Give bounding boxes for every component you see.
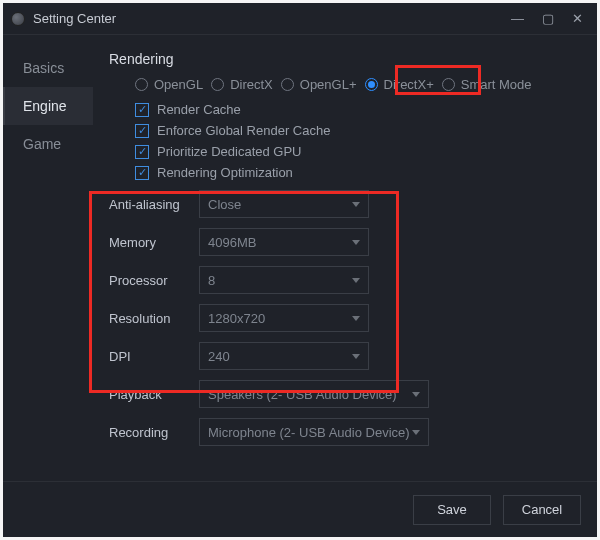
select-value: Speakers (2- USB Audio Device) [208,387,397,402]
window-controls: — ▢ ✕ [511,11,589,26]
checkbox-prioritize-dedicated-gpu[interactable]: ✓ Prioritize Dedicated GPU [135,144,581,159]
radio-directx[interactable]: DirectX [211,77,273,92]
checkbox-label: Rendering Optimization [157,165,293,180]
field-label: Resolution [109,311,189,326]
select-processor[interactable]: 8 [199,266,369,294]
field-label: Recording [109,425,189,440]
save-button[interactable]: Save [413,495,491,525]
chevron-down-icon [412,392,420,397]
sidebar-item-label: Engine [23,98,67,114]
sidebar: Basics Engine Game [3,35,93,481]
select-value: Microphone (2- USB Audio Device) [208,425,410,440]
chevron-down-icon [412,430,420,435]
chevron-down-icon [352,240,360,245]
select-value: 240 [208,349,230,364]
checkbox-icon: ✓ [135,103,149,117]
radio-dot-icon [281,78,294,91]
app-icon [11,12,25,26]
footer: Save Cancel [3,481,597,537]
select-resolution[interactable]: 1280x720 [199,304,369,332]
radio-label: DirectX+ [384,77,434,92]
radio-label: Smart Mode [461,77,532,92]
field-label: Processor [109,273,189,288]
radio-dot-icon [442,78,455,91]
radio-label: OpenGL [154,77,203,92]
checkbox-render-cache[interactable]: ✓ Render Cache [135,102,581,117]
select-recording[interactable]: Microphone (2- USB Audio Device) [199,418,429,446]
field-label: Anti-aliasing [109,197,189,212]
select-value: 4096MB [208,235,256,250]
cancel-button[interactable]: Cancel [503,495,581,525]
checkbox-icon: ✓ [135,124,149,138]
main-panel: Rendering OpenGL DirectX OpenGL+ DirectX… [93,35,597,481]
chevron-down-icon [352,202,360,207]
rendering-options: ✓ Render Cache ✓ Enforce Global Render C… [109,102,581,180]
rendering-mode-radiogroup: OpenGL DirectX OpenGL+ DirectX+ Smart Mo… [109,75,581,98]
settings-window: Setting Center — ▢ ✕ Basics Engine Game … [3,3,597,537]
select-anti-aliasing[interactable]: Close [199,190,369,218]
titlebar: Setting Center — ▢ ✕ [3,3,597,35]
sidebar-item-label: Basics [23,60,64,76]
chevron-down-icon [352,354,360,359]
field-anti-aliasing: Anti-aliasing Close [109,190,581,218]
field-processor: Processor 8 [109,266,581,294]
field-label: DPI [109,349,189,364]
button-label: Save [437,502,467,517]
checkbox-icon: ✓ [135,166,149,180]
checkbox-label: Prioritize Dedicated GPU [157,144,302,159]
select-value: 8 [208,273,215,288]
select-value: 1280x720 [208,311,265,326]
fields: Anti-aliasing Close Memory 4096MB Proces… [109,190,581,446]
checkbox-label: Enforce Global Render Cache [157,123,330,138]
field-label: Playback [109,387,189,402]
field-label: Memory [109,235,189,250]
radio-label: OpenGL+ [300,77,357,92]
close-icon[interactable]: ✕ [572,11,583,26]
section-title: Rendering [109,51,581,67]
radio-dot-icon [211,78,224,91]
field-recording: Recording Microphone (2- USB Audio Devic… [109,418,581,446]
checkbox-icon: ✓ [135,145,149,159]
checkbox-label: Render Cache [157,102,241,117]
field-memory: Memory 4096MB [109,228,581,256]
radio-smart-mode[interactable]: Smart Mode [442,77,532,92]
sidebar-item-game[interactable]: Game [3,125,93,163]
select-value: Close [208,197,241,212]
radio-opengl-plus[interactable]: OpenGL+ [281,77,357,92]
radio-dot-icon [365,78,378,91]
sidebar-item-basics[interactable]: Basics [3,49,93,87]
field-playback: Playback Speakers (2- USB Audio Device) [109,380,581,408]
sidebar-item-label: Game [23,136,61,152]
button-label: Cancel [522,502,562,517]
checkbox-rendering-optimization[interactable]: ✓ Rendering Optimization [135,165,581,180]
select-memory[interactable]: 4096MB [199,228,369,256]
checkbox-enforce-global-render-cache[interactable]: ✓ Enforce Global Render Cache [135,123,581,138]
radio-directx-plus[interactable]: DirectX+ [365,77,434,92]
chevron-down-icon [352,316,360,321]
field-resolution: Resolution 1280x720 [109,304,581,332]
radio-label: DirectX [230,77,273,92]
select-playback[interactable]: Speakers (2- USB Audio Device) [199,380,429,408]
field-dpi: DPI 240 [109,342,581,370]
radio-dot-icon [135,78,148,91]
window-title: Setting Center [33,11,511,26]
maximize-icon[interactable]: ▢ [542,11,554,26]
select-dpi[interactable]: 240 [199,342,369,370]
sidebar-item-engine[interactable]: Engine [3,87,93,125]
radio-opengl[interactable]: OpenGL [135,77,203,92]
minimize-icon[interactable]: — [511,11,524,26]
chevron-down-icon [352,278,360,283]
